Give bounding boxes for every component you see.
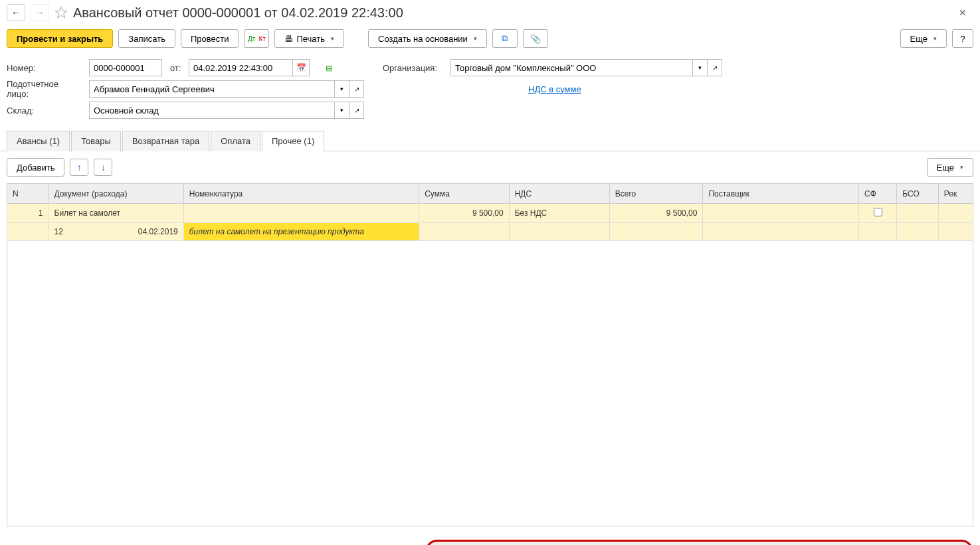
post-and-close-button[interactable]: Провести и закрыть bbox=[7, 29, 113, 48]
move-up-button[interactable]: ↑ bbox=[70, 159, 88, 176]
organization-open[interactable]: ↗ bbox=[708, 59, 722, 76]
col-n[interactable]: N bbox=[7, 184, 49, 204]
vat-link[interactable]: НДС в сумме bbox=[528, 84, 581, 94]
help-button[interactable]: ? bbox=[952, 29, 973, 48]
person-label: Подотчетное лицо: bbox=[7, 79, 81, 99]
col-bso[interactable]: БСО bbox=[897, 184, 939, 204]
footer-summary: Получено авансов: 10 000,00 руб. Израсхо… bbox=[7, 540, 973, 545]
table-row[interactable]: 1204.02.2019 билет на самолет на презент… bbox=[7, 223, 973, 241]
organization-dropdown[interactable]: ▾ bbox=[693, 59, 708, 76]
warehouse-field[interactable] bbox=[89, 102, 335, 119]
page-title: Авансовый отчет 0000-000001 от 04.02.201… bbox=[73, 5, 403, 21]
attachment-button[interactable]: 📎 bbox=[523, 29, 548, 48]
warehouse-dropdown[interactable]: ▾ bbox=[335, 102, 349, 119]
person-field[interactable] bbox=[89, 80, 335, 98]
document-status-icon[interactable]: ▤ bbox=[322, 60, 336, 75]
tab-advances[interactable]: Авансы (1) bbox=[7, 131, 70, 151]
paperclip-icon: 📎 bbox=[530, 34, 541, 44]
grid-empty-area bbox=[7, 241, 973, 526]
col-sf[interactable]: СФ bbox=[858, 184, 896, 204]
other-expenses-table: N Документ (расхода) Номенклатура Сумма … bbox=[7, 183, 973, 241]
save-button[interactable]: Записать bbox=[118, 29, 175, 48]
svg-marker-0 bbox=[56, 7, 67, 18]
tab-tara[interactable]: Возвратная тара bbox=[122, 131, 209, 151]
add-button[interactable]: Добавить bbox=[7, 158, 64, 177]
tab-goods[interactable]: Товары bbox=[71, 131, 121, 151]
close-icon[interactable]: ✕ bbox=[952, 7, 973, 18]
col-document[interactable]: Документ (расхода) bbox=[49, 184, 183, 204]
create-based-on-button[interactable]: Создать на основании bbox=[368, 29, 487, 48]
number-label: Номер: bbox=[7, 63, 81, 73]
from-label: от: bbox=[170, 63, 181, 73]
sf-checkbox[interactable] bbox=[874, 208, 882, 216]
dtkt-button[interactable]: ДтКт bbox=[244, 29, 269, 48]
tab-more-button[interactable]: Еще bbox=[927, 158, 973, 177]
col-rek[interactable]: Рек bbox=[938, 184, 973, 204]
tab-other[interactable]: Прочее (1) bbox=[262, 131, 324, 151]
printer-icon: 🖶 bbox=[284, 34, 293, 44]
person-open[interactable]: ↗ bbox=[349, 80, 364, 98]
col-sum[interactable]: Сумма bbox=[419, 184, 509, 204]
structure-button[interactable]: ⧉ bbox=[492, 29, 518, 48]
print-button[interactable]: 🖶Печать bbox=[274, 29, 344, 48]
col-total[interactable]: Всего bbox=[609, 184, 703, 204]
more-button[interactable]: Еще bbox=[900, 29, 947, 48]
favorite-star-icon[interactable] bbox=[54, 6, 68, 19]
move-down-button[interactable]: ↓ bbox=[94, 159, 112, 176]
col-supplier[interactable]: Поставщик bbox=[703, 184, 859, 204]
col-vat[interactable]: НДС bbox=[509, 184, 609, 204]
forward-button[interactable]: → bbox=[31, 4, 49, 21]
tab-payment[interactable]: Оплата bbox=[211, 131, 260, 151]
organization-field[interactable] bbox=[450, 59, 693, 76]
col-nomenclature[interactable]: Номенклатура bbox=[183, 184, 419, 204]
person-dropdown[interactable]: ▾ bbox=[335, 80, 349, 98]
warehouse-open[interactable]: ↗ bbox=[349, 102, 364, 119]
link-icon: ⧉ bbox=[502, 33, 508, 44]
back-button[interactable]: ← bbox=[7, 4, 25, 21]
warehouse-label: Склад: bbox=[7, 106, 81, 116]
calendar-icon[interactable]: 📅 bbox=[292, 59, 310, 76]
date-field[interactable] bbox=[189, 59, 292, 76]
table-row[interactable]: 1 Билет на самолет 9 500,00 Без НДС 9 50… bbox=[7, 204, 973, 223]
post-button[interactable]: Провести bbox=[181, 29, 239, 48]
organization-label: Организация: bbox=[383, 63, 442, 73]
number-field[interactable] bbox=[89, 59, 162, 76]
